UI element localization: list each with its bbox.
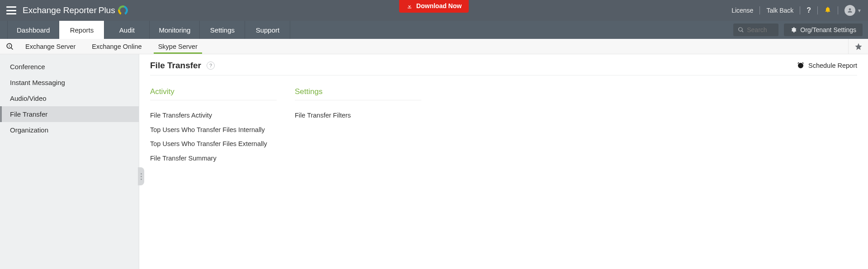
section-settings: Settings File Transfer Filters <box>295 87 421 165</box>
sidebar-item-file-transfer[interactable]: File Transfer <box>0 106 139 122</box>
sidebar-item-audio-video[interactable]: Audio/Video <box>0 90 139 106</box>
report-link[interactable]: File Transfer Summary <box>150 151 277 166</box>
help-icon[interactable]: ? <box>807 6 811 14</box>
section-heading-settings: Settings <box>295 87 421 100</box>
user-menu[interactable]: ▼ <box>844 5 862 16</box>
report-link[interactable]: File Transfers Activity <box>150 109 277 123</box>
sidebar: Conference Instant Messaging Audio/Video… <box>0 54 139 269</box>
license-link[interactable]: License <box>731 7 753 14</box>
favorite-button[interactable] <box>848 39 868 54</box>
main-tab-bar: Dashboard Reports Audit Monitoring Setti… <box>0 21 868 39</box>
talkback-link[interactable]: Talk Back <box>766 7 793 14</box>
sidebar-collapse-toggle[interactable] <box>138 167 144 185</box>
schedule-report-label: Schedule Report <box>808 62 857 69</box>
search-icon <box>738 27 744 33</box>
schedule-report-button[interactable]: Schedule Report <box>797 61 857 70</box>
chevron-down-icon: ▼ <box>857 8 862 13</box>
report-link[interactable]: Top Users Who Transfer Files Internally <box>150 123 277 137</box>
download-label: Download Now <box>416 2 462 9</box>
tab-reports[interactable]: Reports <box>59 21 104 39</box>
separator <box>800 6 800 14</box>
gear-icon <box>790 27 797 33</box>
report-link[interactable]: File Transfer Filters <box>295 109 421 123</box>
sidebar-item-conference[interactable]: Conference <box>0 59 139 75</box>
section-heading-activity: Activity <box>150 87 277 100</box>
tab-audit[interactable]: Audit <box>104 21 150 39</box>
star-icon <box>854 42 863 51</box>
download-icon <box>406 3 413 9</box>
product-name: Exchange Reporter <box>23 5 97 15</box>
page-help-icon[interactable]: ? <box>207 61 215 70</box>
sub-tab-bar: Exchange Server Exchange Online Skype Se… <box>0 39 868 54</box>
subtab-exchange-online[interactable]: Exchange Online <box>84 39 150 54</box>
alarm-clock-icon <box>797 61 805 70</box>
menu-toggle[interactable] <box>6 6 16 14</box>
quick-search-button[interactable] <box>3 39 17 54</box>
report-link[interactable]: Top Users Who Transfer Files Externally <box>150 137 277 151</box>
separator <box>817 6 818 14</box>
org-tenant-settings-button[interactable]: Org/Tenant Settings <box>784 24 863 36</box>
content-area: File Transfer ? Schedule Report Activity… <box>139 54 868 269</box>
download-now-button[interactable]: Download Now <box>399 0 469 13</box>
section-activity: Activity File Transfers Activity Top Use… <box>150 87 277 165</box>
notifications-icon[interactable] <box>824 6 831 15</box>
sidebar-item-instant-messaging[interactable]: Instant Messaging <box>0 75 139 90</box>
logo-swirl-icon <box>118 5 128 15</box>
org-settings-label: Org/Tenant Settings <box>800 26 856 33</box>
avatar-icon <box>844 5 855 16</box>
separator <box>760 6 760 14</box>
separator <box>838 6 838 14</box>
tab-support[interactable]: Support <box>245 21 290 39</box>
product-logo: Exchange Reporter Plus <box>23 5 128 15</box>
tab-settings[interactable]: Settings <box>200 21 245 39</box>
subtab-skype-server[interactable]: Skype Server <box>150 39 206 54</box>
sidebar-item-organization[interactable]: Organization <box>0 122 139 138</box>
page-title: File Transfer <box>150 61 201 71</box>
product-suffix: Plus <box>99 5 115 15</box>
subtab-exchange-server[interactable]: Exchange Server <box>17 39 84 54</box>
global-search[interactable] <box>733 24 778 36</box>
search-settings-icon <box>6 42 14 51</box>
tab-dashboard[interactable]: Dashboard <box>7 21 59 39</box>
search-input[interactable] <box>747 26 774 33</box>
tab-monitoring[interactable]: Monitoring <box>150 21 200 39</box>
